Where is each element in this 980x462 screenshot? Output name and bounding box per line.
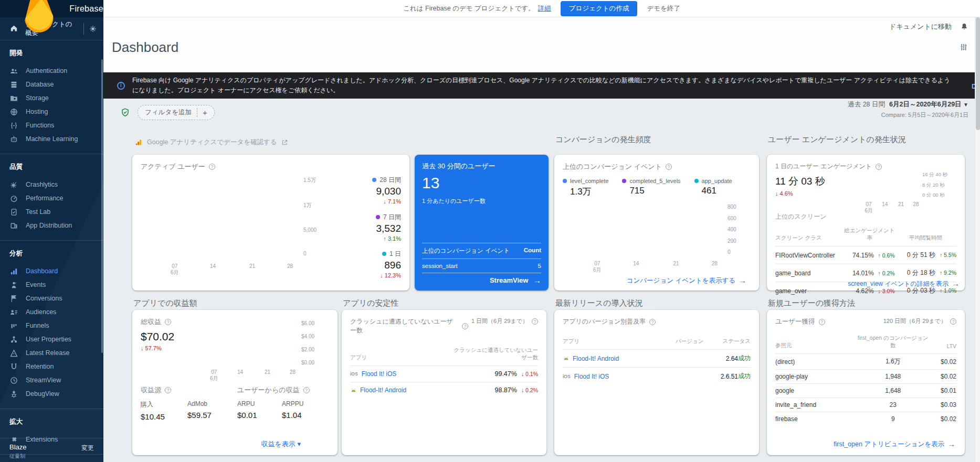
app-distribution-icon xyxy=(9,221,18,230)
sidebar-item-database[interactable]: Database xyxy=(0,78,103,91)
active-users-legend: 28 日間 9,030 ↓ 7.1% 7 日間 3,532 ↑ 3.1% 1 日… xyxy=(372,176,401,278)
status-badge: 成功 xyxy=(738,372,751,381)
demo-details-link[interactable]: 詳細 xyxy=(538,5,551,12)
docs-link[interactable]: ドキュメントに移動 xyxy=(889,22,952,31)
date-range-selector[interactable]: 6月2日～2020年6月29日 ▼ xyxy=(889,101,968,108)
bell-icon[interactable] xyxy=(960,23,968,31)
realtime-bar-chart xyxy=(422,206,541,239)
clipboard-check-icon xyxy=(9,208,18,217)
legend-7d: 7 日間 3,532 ↑ 3.1% xyxy=(372,213,401,242)
exit-demo-button[interactable]: デモを終了 xyxy=(647,4,680,13)
sidebar-item-test-lab[interactable]: Test Lab xyxy=(0,205,103,219)
streamview-link[interactable]: StreamView → xyxy=(490,276,541,285)
sidebar-item-performance[interactable]: Performance xyxy=(0,191,103,205)
sidebar-item-funnels[interactable]: Funnels xyxy=(0,319,103,332)
android-icon xyxy=(563,355,570,362)
source-row[interactable]: google 1,648 $0.01 xyxy=(775,383,956,397)
source-row[interactable]: google-play 1,948 $0.02 xyxy=(775,369,956,383)
help-icon[interactable]: ? xyxy=(209,164,215,170)
banner-text: Firebase 向け Google アナリティクスのプロパティがアップグレード… xyxy=(132,76,951,95)
source-row[interactable]: invite_a_friend 23 $0.03 xyxy=(775,397,956,412)
sidebar-item-functions[interactable]: Functions xyxy=(0,119,103,132)
firebase-brand[interactable]: Firebase xyxy=(0,0,103,17)
sidebar-item-latest-release[interactable]: Latest Release xyxy=(0,346,103,360)
help-icon[interactable]: ? xyxy=(165,319,171,325)
sidebar-item-label: Storage xyxy=(26,94,49,102)
customize-dashboard-icon[interactable] xyxy=(959,42,968,52)
legend-dot xyxy=(372,178,376,182)
section-quality-header: 品質 xyxy=(0,162,103,178)
person-list-icon xyxy=(9,308,18,317)
card-title: アクティブ ユーザー xyxy=(141,162,205,171)
sidebar-item-conversions[interactable]: Conversions xyxy=(0,292,103,305)
sidebar-item-debugview[interactable]: DebugView xyxy=(0,387,103,401)
mountain-icon xyxy=(9,349,18,358)
sidebar-item-events[interactable]: Events xyxy=(0,278,103,292)
add-filter-chip[interactable]: フィルタを追加+ xyxy=(138,105,215,120)
sidebar-item-app-distribution[interactable]: App Distribution xyxy=(0,219,103,232)
ios-icon: iOS xyxy=(563,374,571,379)
sidebar-item-storage[interactable]: Storage xyxy=(0,91,103,105)
shield-check-icon xyxy=(120,108,130,117)
external-link-icon xyxy=(281,139,288,146)
project-settings-gear-icon[interactable] xyxy=(89,25,97,33)
scrollbar-thumb[interactable] xyxy=(976,17,980,130)
help-icon[interactable]: ? xyxy=(666,164,672,170)
app-link[interactable]: Flood-It! Android xyxy=(360,386,406,394)
sidebar-item-machine-learning[interactable]: Machine Learning xyxy=(0,132,103,146)
sidebar-scrollbar[interactable] xyxy=(101,59,103,353)
sidebar-item-label: Functions xyxy=(26,122,54,129)
help-icon[interactable]: ? xyxy=(165,387,171,393)
rt-count-header: Count xyxy=(524,247,541,255)
plan-row: Blaze 従量制 変更 xyxy=(0,438,103,462)
per-user-revenue-label: ユーザーからの収益 xyxy=(237,385,300,395)
source-row[interactable]: (direct) 1.6万 $0.02 xyxy=(775,353,956,369)
sidebar-item-user-properties[interactable]: User Properties xyxy=(0,332,103,346)
help-icon[interactable]: ? xyxy=(462,323,468,329)
funnel-bars-icon xyxy=(9,321,18,330)
first-open-attribution-link[interactable]: first_open アトリビューションを表示→ xyxy=(834,439,955,449)
sidebar-item-label: Machine Learning xyxy=(26,135,78,143)
sidebar-item-label: Dashboard xyxy=(26,267,58,275)
help-icon[interactable]: ? xyxy=(532,318,538,325)
open-google-analytics-link[interactable]: Google アナリティクスでデータを確認する xyxy=(135,138,288,147)
help-icon[interactable]: ? xyxy=(876,164,882,170)
view-revenue-link[interactable]: 収益を表示 ▾ xyxy=(261,439,301,449)
sidebar-item-retention[interactable]: Retention xyxy=(0,360,103,373)
sidebar-item-label: Crashlytics xyxy=(26,181,58,188)
source-row[interactable]: firebase 9 $0.02 xyxy=(775,412,956,426)
sidebar-item-authentication[interactable]: Authentication xyxy=(0,64,103,78)
app-link[interactable]: Flood It! iOS xyxy=(574,373,609,380)
screen-row[interactable]: FIRootViewController 74.15%↑ 0.6% 0 分 51… xyxy=(775,246,956,264)
top-screens-label: 上位のスクリーン xyxy=(775,212,826,221)
sidebar-item-dashboard[interactable]: Dashboard xyxy=(0,264,103,278)
sidebar-item-crashlytics[interactable]: Crashlytics xyxy=(0,178,103,191)
create-project-button[interactable]: プロジェクトの作成 xyxy=(561,1,638,16)
bug-icon xyxy=(9,390,18,399)
robot-icon xyxy=(9,135,18,144)
app-link[interactable]: Flood-It! Android xyxy=(573,355,619,362)
section-quality: 品質 Crashlytics Performance Test Lab App … xyxy=(0,154,103,241)
app-link[interactable]: Flood It! iOS xyxy=(362,370,397,378)
col-version: バージョン xyxy=(657,338,704,345)
section-analytics-header: 分析 xyxy=(0,248,103,264)
y-axis-labels: $6.00$4.00$2.00$0.00 xyxy=(301,320,314,366)
help-icon[interactable]: ? xyxy=(649,319,656,325)
sidebar-item-label: Events xyxy=(26,281,46,288)
y-axis-labels: 16 分 40 秒8 分 20 秒0 分 00 秒 xyxy=(922,171,947,199)
screen-view-details-link[interactable]: screen_view イベントの詳細を表示→ xyxy=(848,279,960,288)
section-develop-header: 開発 xyxy=(0,48,103,64)
app-row: iOSFlood It! iOS 99.47%↓ 0.1% xyxy=(350,366,538,382)
user-acquisition-label: ユーザー獲得 xyxy=(775,317,815,326)
rt-event-name[interactable]: session_start xyxy=(422,263,458,269)
help-icon[interactable]: ? xyxy=(819,319,825,325)
help-icon[interactable]: ? xyxy=(950,318,956,325)
page-scrollbar[interactable] xyxy=(975,17,980,462)
sidebar-item-hosting[interactable]: Hosting xyxy=(0,105,103,119)
help-icon[interactable]: ? xyxy=(303,387,310,393)
sidebar-item-streamview[interactable]: StreamView xyxy=(0,373,103,387)
legend-level-complete: level_complete 1.3万 xyxy=(563,178,608,198)
sidebar-item-audiences[interactable]: Audiences xyxy=(0,305,103,319)
view-conversion-events-link[interactable]: コンバージョン イベントを表示する→ xyxy=(627,276,746,285)
plan-change-link[interactable]: 変更 xyxy=(81,444,94,453)
